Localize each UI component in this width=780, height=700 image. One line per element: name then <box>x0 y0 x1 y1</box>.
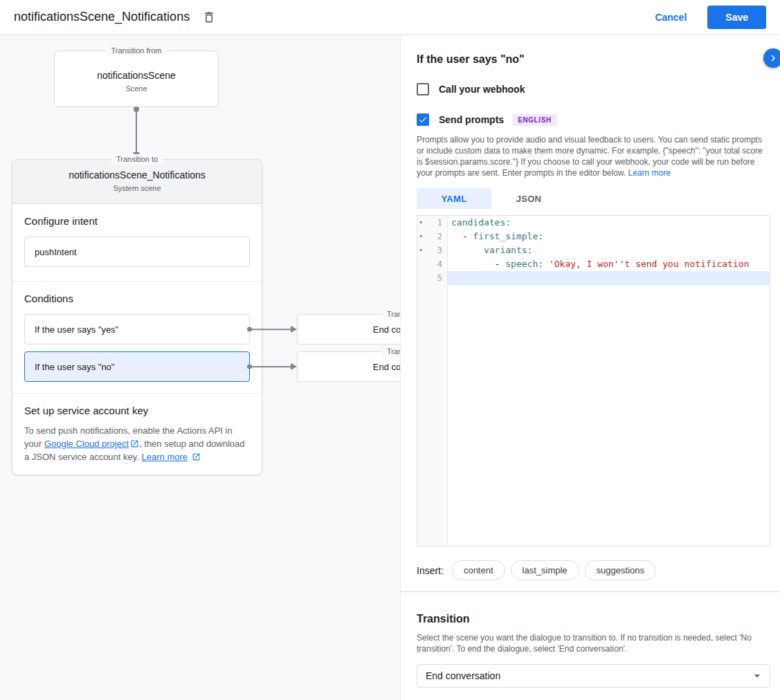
code-token: speech: <box>505 259 543 269</box>
connector-line <box>251 366 291 367</box>
condition-editor-panel: If the user says "no" Call your webhook … <box>400 35 780 700</box>
scene-card-legend: Transition to <box>111 154 163 165</box>
send-prompts-row: Send prompts ENGLISH <box>417 113 770 126</box>
code-lines: candidates: - first_simple: variants: - … <box>448 216 770 546</box>
flow-canvas: Transition from notificationsScene Scene… <box>0 35 400 700</box>
prompts-description: Prompts allow you to provide audio and v… <box>417 134 770 178</box>
line-number: 2 <box>437 232 442 241</box>
condition-user-says-no[interactable]: If the user says "no" <box>24 351 250 382</box>
code-token <box>451 245 484 255</box>
condition-user-says-yes[interactable]: If the user says "yes" <box>24 314 250 344</box>
scene-card-subtitle: System scene <box>12 184 262 192</box>
line-number: 1 <box>437 218 442 228</box>
configure-intent-label: Configure intent <box>24 215 250 228</box>
code-line[interactable]: - speech: 'Okay, I won''t send you notif… <box>448 257 770 271</box>
transition-select-value: End conversation <box>426 670 500 681</box>
gutter-row: ▼3 <box>417 243 447 257</box>
code-token <box>543 259 549 269</box>
end-conversation-node-1[interactable]: Transition to End conversation <box>297 314 400 344</box>
code-gutter: ▼1▼2▼345 <box>417 216 448 546</box>
scene-card-notifications: Transition to notificationsScene_Notific… <box>12 159 262 475</box>
node-subtitle: Scene <box>55 84 218 93</box>
service-account-section: Set up service account key To send push … <box>12 394 262 475</box>
code-line[interactable]: variants: <box>448 243 770 257</box>
fold-toggle-icon[interactable]: ▼ <box>419 220 422 225</box>
language-badge: ENGLISH <box>512 114 557 126</box>
google-cloud-project-link[interactable]: Google Cloud project <box>44 439 129 449</box>
prompts-description-text: Prompts allow you to provide audio and v… <box>417 135 763 178</box>
gutter-row: ▼2 <box>417 230 447 243</box>
tab-json[interactable]: JSON <box>491 188 566 209</box>
scene-card-header[interactable]: notificationsScene_Notifications System … <box>12 160 262 204</box>
transition-select[interactable]: End conversation <box>417 664 770 688</box>
chevron-right-icon <box>767 52 779 64</box>
call-webhook-label[interactable]: Call your webhook <box>439 84 525 95</box>
end-node-title: End conversation <box>373 324 400 335</box>
connector-line-vertical <box>136 109 137 152</box>
call-webhook-checkbox[interactable] <box>417 83 429 95</box>
insert-label: Insert: <box>417 565 444 576</box>
configure-intent-section: Configure intent pushIntent <box>12 204 262 282</box>
gutter-row: ▼1 <box>417 216 447 230</box>
conditions-section: Conditions If the user says "yes" If the… <box>12 282 262 394</box>
page-title: notificationsScene_Notifications <box>14 10 190 24</box>
code-line[interactable]: - first_simple: <box>448 230 770 243</box>
scene-card-title: notificationsScene_Notifications <box>12 169 262 181</box>
insert-chip-last-simple[interactable]: last_simple <box>511 560 579 580</box>
code-line[interactable] <box>448 271 770 285</box>
line-number: 3 <box>437 246 442 255</box>
tab-yaml[interactable]: YAML <box>417 188 491 209</box>
code-token: - <box>451 259 505 269</box>
end-conversation-node-2[interactable]: Transition to End conversation <box>297 351 400 382</box>
code-token: - <box>451 231 473 241</box>
cancel-button[interactable]: Cancel <box>655 12 687 23</box>
code-token: 'Okay, I won''t send you notification <box>549 259 750 269</box>
arrowhead-right-icon <box>291 326 297 333</box>
topbar-actions: Cancel Save <box>655 6 766 29</box>
learn-more-link[interactable]: Learn more <box>142 452 188 462</box>
service-account-title: Set up service account key <box>24 405 250 417</box>
line-number: 4 <box>437 259 442 269</box>
editor-format-tabs: YAML JSON <box>417 188 770 209</box>
connector-line <box>251 329 291 330</box>
external-link-icon <box>192 452 201 461</box>
panel-title: If the user says "no" <box>417 53 770 66</box>
insert-chip-suggestions[interactable]: suggestions <box>585 560 656 580</box>
fold-toggle-icon[interactable]: ▼ <box>419 248 422 253</box>
gutter-row: 4 <box>417 257 447 271</box>
code-token: candidates: <box>451 217 511 228</box>
service-account-text: To send push notifications, enable the A… <box>24 424 250 463</box>
trash-icon <box>202 10 216 24</box>
code-token: first_simple: <box>473 231 543 241</box>
checkmark-icon <box>418 115 428 125</box>
dropdown-arrow-icon <box>750 669 764 683</box>
node-title: notificationsScene <box>55 70 218 81</box>
prompt-code-editor[interactable]: ▼1▼2▼345 candidates: - first_simple: var… <box>417 215 770 546</box>
fold-toggle-icon[interactable]: ▼ <box>419 234 422 239</box>
intent-push-intent[interactable]: pushIntent <box>24 237 250 267</box>
insert-row: Insert: content last_simple suggestions <box>417 560 770 580</box>
condition-text: If the user says "yes" <box>35 324 118 335</box>
topbar: notificationsScene_Notifications Cancel … <box>0 0 780 35</box>
end-node-title: End conversation <box>373 362 400 372</box>
end-node-legend: Transition to <box>382 347 400 357</box>
prompts-learn-more-link[interactable]: Learn more <box>628 168 670 178</box>
conditions-label: Conditions <box>24 293 250 305</box>
flow-node-notifications-scene[interactable]: Transition from notificationsScene Scene <box>54 50 219 107</box>
send-prompts-checkbox[interactable] <box>417 113 429 126</box>
gutter-row: 5 <box>417 271 447 285</box>
node-legend: Transition from <box>107 46 167 56</box>
transition-description: Select the scene you want the dialogue t… <box>417 632 770 654</box>
condition-text: If the user says "no" <box>35 362 114 372</box>
webhook-row: Call your webhook <box>417 83 770 95</box>
save-button[interactable]: Save <box>707 6 766 29</box>
insert-chip-content[interactable]: content <box>452 560 505 580</box>
line-number: 5 <box>437 273 442 283</box>
code-line[interactable]: candidates: <box>448 216 770 230</box>
send-prompts-label[interactable]: Send prompts <box>439 114 504 125</box>
delete-scene-button[interactable] <box>202 10 216 24</box>
collapse-panel-button[interactable] <box>763 48 780 68</box>
code-token: variants: <box>484 245 532 255</box>
panel-divider <box>401 591 780 592</box>
arrowhead-right-icon <box>291 363 297 370</box>
